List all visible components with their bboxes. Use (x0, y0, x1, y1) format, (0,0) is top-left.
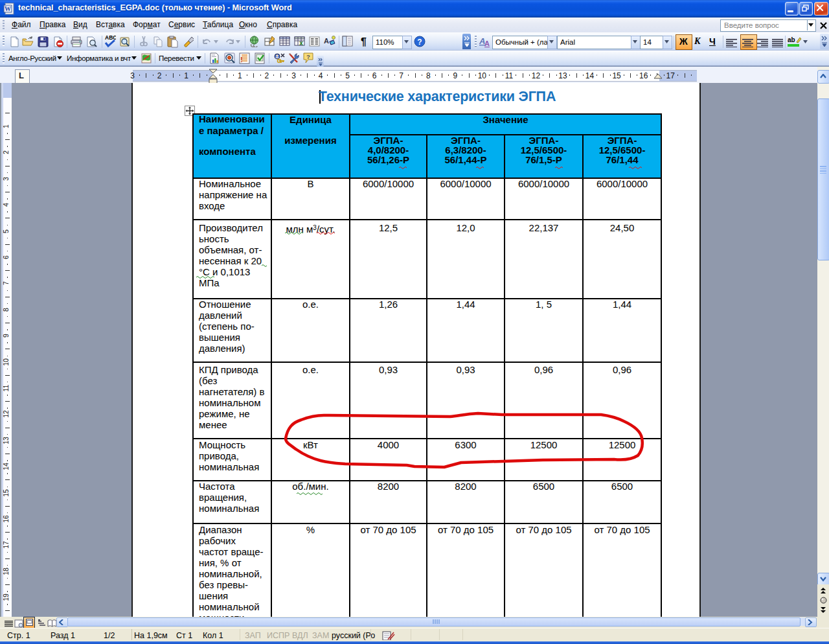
svg-text:ab: ab (788, 36, 795, 43)
svg-text:?: ? (417, 38, 422, 47)
svg-text:¶: ¶ (361, 36, 367, 47)
svg-text:W: W (5, 5, 11, 12)
svg-text:А: А (484, 40, 490, 47)
svg-text:A: A (324, 37, 329, 45)
svg-text:!: ! (240, 56, 243, 63)
svg-text:X: X (299, 40, 303, 47)
svg-text:?: ? (306, 53, 310, 60)
